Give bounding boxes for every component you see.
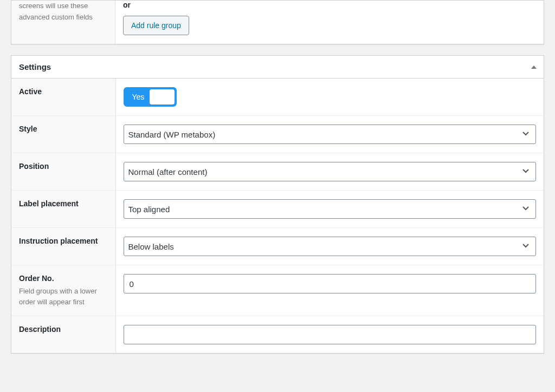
setting-row-instruction-placement: Instruction placement Below labels [11,228,544,265]
style-label: Style [19,125,108,133]
position-label: Position [19,162,108,171]
setting-row-style: Style Standard (WP metabox) [11,116,544,153]
position-select[interactable]: Normal (after content) [124,162,537,181]
order-no-description: Field groups with a lower order will app… [19,286,108,307]
settings-panel: Settings Active Yes [11,55,544,354]
instruction-placement-label: Instruction placement [19,237,108,245]
instruction-placement-select[interactable]: Below labels [124,237,537,256]
description-label: Description [19,325,108,334]
active-toggle-text: Yes [125,93,152,101]
setting-row-active: Active Yes [11,79,544,116]
settings-panel-title: Settings [11,56,59,78]
setting-row-label-placement: Label placement Top aligned [11,191,544,228]
label-placement-label: Label placement [19,199,108,208]
or-label: or [123,1,536,9]
add-rule-group-button[interactable]: Add rule group [123,16,189,35]
style-select[interactable]: Standard (WP metabox) [124,125,537,144]
location-panel: screens will use these advanced custom f… [11,0,544,44]
setting-row-position: Position Normal (after content) [11,153,544,191]
active-toggle[interactable]: Yes [124,87,177,107]
active-label: Active [19,87,108,96]
label-placement-select[interactable]: Top aligned [124,199,537,219]
location-description: screens will use these advanced custom f… [11,1,115,44]
settings-panel-header[interactable]: Settings [11,56,544,79]
toggle-slider [150,89,175,104]
setting-row-description: Description [11,316,544,354]
order-no-label: Order No. [19,274,108,283]
triangle-up-icon [531,66,537,69]
location-description-text: screens will use these advanced custom f… [19,2,93,21]
order-no-input[interactable] [124,274,537,293]
collapse-icon[interactable] [524,57,544,77]
setting-row-order-no: Order No. Field groups with a lower orde… [11,265,544,316]
description-input[interactable] [124,325,537,344]
